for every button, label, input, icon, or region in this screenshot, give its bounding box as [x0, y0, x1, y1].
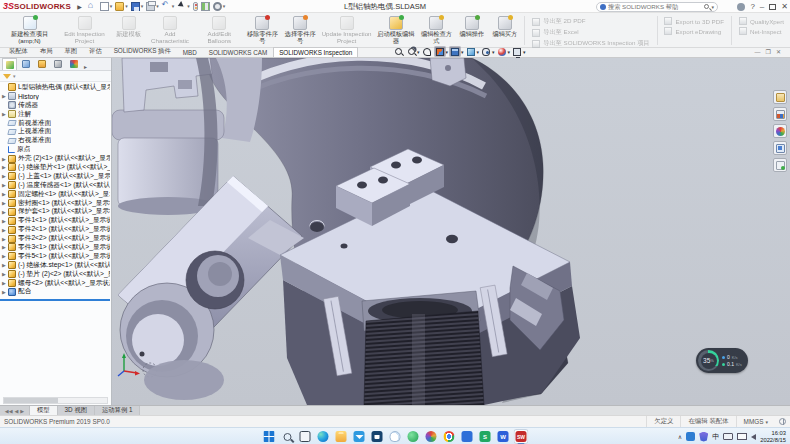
- displaymanager-tab[interactable]: [66, 58, 81, 70]
- hud-section-view[interactable]: ▾: [434, 46, 449, 57]
- ribbon-new-inspection-project[interactable]: 新建检查项目 (amp;N): [2, 14, 57, 47]
- ribbon-export-edrawing[interactable]: Export eDrawing: [664, 27, 724, 35]
- tree-item-origin[interactable]: ▶ 原点: [0, 145, 110, 154]
- taskbar-app-leaf[interactable]: [406, 429, 421, 444]
- quickbar-rebuild[interactable]: [201, 2, 210, 11]
- doc-restore-icon[interactable]: ❐: [766, 48, 771, 57]
- taskbar-start[interactable]: [262, 429, 277, 444]
- tree-item-top-plane[interactable]: ▶ 上视基准面: [0, 127, 110, 136]
- hud-zoom-area[interactable]: ▾: [405, 46, 420, 57]
- tab-addins[interactable]: SOLIDWORKS 插件: [108, 45, 177, 57]
- hud-view-orientation[interactable]: ▾: [449, 46, 464, 57]
- taskbar-wps-office[interactable]: S: [478, 429, 493, 444]
- ribbon-export-2d-pdf[interactable]: 导出至 2D PDF: [532, 17, 649, 26]
- taskpane-solidworks-resources[interactable]: [773, 90, 787, 104]
- tab-cam[interactable]: SOLIDWORKS CAM: [203, 47, 273, 57]
- hud-previous-view[interactable]: [421, 46, 433, 57]
- quickbar-interference[interactable]: [193, 2, 198, 11]
- network-monitor-widget[interactable]: 35% 0 K/s 0.1 K/s: [696, 348, 748, 373]
- ribbon-remove-balloons[interactable]: 移除零件序号: [244, 14, 282, 47]
- tree-item-part[interactable]: ▶ (-) 绝缘体.step<1> (默认<<默认>: [0, 261, 110, 270]
- tree-item-part[interactable]: ▶ 零件3<1> (默认<<默认>_显示状: [0, 243, 110, 252]
- tab-layout[interactable]: 布局: [34, 45, 59, 57]
- globe-icon[interactable]: [779, 418, 786, 425]
- tab-evaluate[interactable]: 评估: [83, 45, 108, 57]
- taskpane-design-library[interactable]: [773, 107, 787, 121]
- featuremanager-splitter[interactable]: [0, 299, 110, 301]
- tab-mbd[interactable]: MBD: [177, 47, 203, 57]
- tree-item-mates[interactable]: ▶ 配合: [0, 287, 110, 296]
- ribbon-net-inspect[interactable]: Net-Inspect: [739, 27, 784, 35]
- tab-sketch[interactable]: 草图: [58, 45, 83, 57]
- tree-item-history[interactable]: ▶ History: [0, 92, 110, 101]
- ribbon-edit-vendor[interactable]: 编辑买方: [488, 14, 521, 47]
- units-selector[interactable]: MMGS▾: [736, 416, 775, 427]
- cad-model-render[interactable]: [112, 58, 790, 405]
- motion-study-tab[interactable]: 运动算例 1: [95, 406, 140, 415]
- ribbon-update-inspection-project[interactable]: Update Inspection Project: [319, 14, 374, 47]
- taskbar-chrome[interactable]: [442, 429, 457, 444]
- taskbar-solidworks[interactable]: SW: [514, 429, 529, 444]
- tab-inspection[interactable]: SOLIDWORKS Inspection: [273, 47, 358, 57]
- tree-item-front-plane[interactable]: ▶ 前视基准面: [0, 119, 110, 128]
- tree-item-part[interactable]: ▶ 密封圈<1> (默认<<默认>_显示状: [0, 199, 110, 208]
- tree-item-part[interactable]: ▶ (-) 垫片 (2)<2> (默认<<默认>_显: [0, 270, 110, 279]
- ribbon-add-characteristic[interactable]: Add Characteristic: [145, 14, 195, 47]
- propertymanager-tab[interactable]: [18, 58, 33, 70]
- help-button[interactable]: ?: [750, 0, 754, 13]
- tree-item-part[interactable]: ▶ 固定螺栓<1> (默认<<默认>_显示: [0, 190, 110, 199]
- featuremanager-tab[interactable]: [2, 58, 17, 70]
- quickbar-options[interactable]: ▾: [213, 2, 226, 11]
- taskbar-file-explorer[interactable]: [334, 429, 349, 444]
- quickbar-open[interactable]: ▾: [115, 2, 128, 11]
- taskpane-view-palette[interactable]: [773, 141, 787, 155]
- close-button[interactable]: ✕: [781, 0, 788, 13]
- tree-item-part[interactable]: ▶ 零件5<1> (默认<<默认>_显示状: [0, 252, 110, 261]
- hud-edit-appearance[interactable]: ▾: [496, 46, 511, 57]
- configurationmanager-tab[interactable]: [34, 58, 49, 70]
- tree-item-part[interactable]: ▶ (-) 绝缘垫片<1> (默认<<默认>_显: [0, 163, 110, 172]
- graphics-viewport[interactable]: 35% 0 K/s 0.1 K/s: [112, 58, 790, 405]
- tray-expand-icon[interactable]: ∧: [678, 433, 682, 440]
- ribbon-export-inspection-project[interactable]: 导出至 SOLIDWORKS Inspection 项目: [532, 39, 649, 48]
- search-icon[interactable]: [704, 4, 709, 9]
- doc-close-icon[interactable]: ✕: [776, 48, 781, 57]
- taskbar-store[interactable]: [370, 429, 385, 444]
- security-shield-icon[interactable]: [699, 432, 708, 442]
- 3d-views-tab[interactable]: 3D 视图: [58, 406, 95, 415]
- restore-button[interactable]: [769, 4, 776, 10]
- ribbon-qualityxpert[interactable]: QualityXpert: [739, 17, 784, 25]
- tree-item-part[interactable]: ▶ 零件2<1> (默认<<默认>_显示状: [0, 225, 110, 234]
- speaker-icon[interactable]: [751, 434, 756, 440]
- panel-tab-overflow-icon[interactable]: ▸: [84, 63, 87, 70]
- taskbar-wps-writer[interactable]: W: [496, 429, 511, 444]
- tree-item-root[interactable]: ▶ L型铝轴热电偶 (默认<默认_显示状态-1: [0, 83, 110, 92]
- taskbar-app-reader[interactable]: [460, 429, 475, 444]
- taskbar-photos[interactable]: [424, 429, 439, 444]
- ribbon-launch-template-editor[interactable]: 启动模板编辑器: [374, 14, 417, 47]
- taskpane-appearances-scenes[interactable]: [773, 124, 787, 138]
- logo-flyout-arrow[interactable]: ▶: [77, 3, 82, 10]
- user-account-icon[interactable]: [737, 3, 745, 11]
- taskbar-edge[interactable]: [316, 429, 331, 444]
- dimxpertmanager-tab[interactable]: [50, 58, 65, 70]
- ribbon-add-edit-balloons[interactable]: Add/Edit Balloons: [195, 14, 243, 47]
- ribbon-export-3d-pdf[interactable]: Export to 3D PDF: [664, 17, 724, 25]
- quickbar-print[interactable]: ▾: [146, 2, 159, 11]
- display-icon[interactable]: [737, 433, 747, 440]
- ime-indicator[interactable]: 中: [712, 432, 719, 442]
- hud-zoom-fit[interactable]: [392, 46, 404, 57]
- tree-item-right-plane[interactable]: ▶ 右视基准面: [0, 136, 110, 145]
- quickbar-home[interactable]: [88, 2, 97, 11]
- doc-minimize-icon[interactable]: —: [755, 48, 761, 57]
- minimize-button[interactable]: –: [760, 0, 764, 13]
- ribbon-edit-inspection-project[interactable]: Edit Inspection Project: [57, 14, 112, 47]
- hud-view-settings[interactable]: ▾: [511, 46, 526, 57]
- model-tab[interactable]: 模型: [30, 406, 58, 415]
- ribbon-export-excel[interactable]: 导出至 Excel: [532, 28, 649, 37]
- ribbon-edit-inspection-methods[interactable]: 编辑检查方式: [418, 14, 456, 47]
- quickbar-select[interactable]: ▾: [177, 2, 190, 11]
- taskbar-search[interactable]: [280, 429, 295, 444]
- tree-item-part[interactable]: ▶ (-) 上盖<1> (默认<<默认>_显示状: [0, 172, 110, 181]
- ribbon-select-balloons[interactable]: 选择零件序号: [281, 14, 319, 47]
